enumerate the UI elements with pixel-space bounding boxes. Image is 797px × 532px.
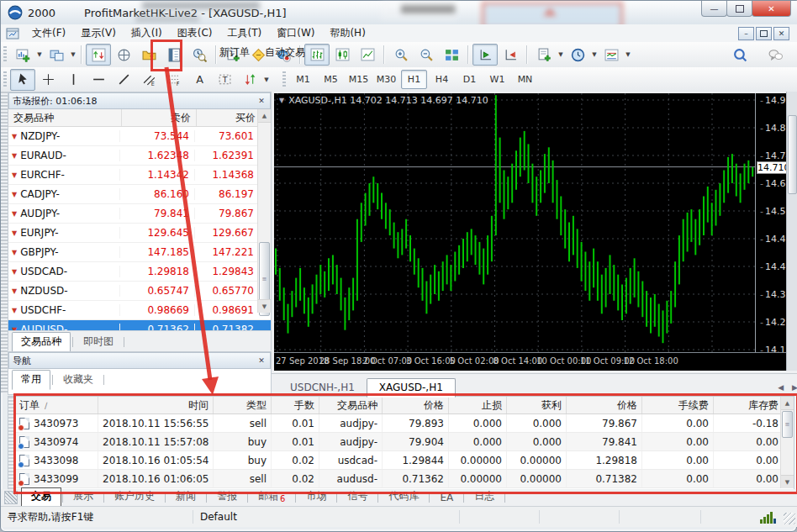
- terminal-tab-3[interactable]: 新闻: [166, 488, 205, 506]
- new-chart-button[interactable]: [10, 44, 35, 66]
- time-axis[interactable]: 27 Sep 201828 Sep 18:002 Oct 07:003 Oct …: [274, 352, 787, 371]
- column-ask[interactable]: 买价: [197, 109, 261, 126]
- chat-button[interactable]: [763, 44, 788, 66]
- close-icon[interactable]: ✕: [256, 97, 267, 105]
- zoom-out-button[interactable]: [414, 44, 439, 66]
- text-button[interactable]: A: [187, 69, 212, 91]
- market-watch-row-usdchf[interactable]: ▼USDCHF-0.986690.98691: [8, 301, 271, 320]
- terminal-tab-1[interactable]: 展示: [64, 488, 103, 506]
- market-watch-row-eurchf[interactable]: ▼EURCHF-1.143421.14368: [8, 166, 271, 185]
- indicators-button[interactable]: [531, 44, 557, 66]
- chart-window-icon[interactable]: [6, 27, 19, 40]
- order-row-3433098[interactable]: 34330982018.10.16 01:05:54buy0.02usdcad-…: [15, 451, 780, 470]
- column-header-time[interactable]: 时间: [98, 397, 214, 413]
- scroll-up-icon[interactable]: ▲: [258, 109, 271, 123]
- restore-button[interactable]: [726, 1, 752, 17]
- market-watch-row-nzdusd[interactable]: ▼NZDUSD-0.657470.65770: [8, 282, 271, 301]
- column-header-commission[interactable]: 手续费: [642, 397, 714, 413]
- minimize-button[interactable]: —: [701, 1, 727, 17]
- line-chart-button[interactable]: [355, 44, 380, 66]
- search-button[interactable]: [727, 44, 752, 66]
- market-watch-scrollbar[interactable]: ▲ ≡ ▼: [257, 109, 271, 313]
- market-watch-row-usdcad[interactable]: ▼USDCAD-1.298181.29843: [8, 262, 271, 282]
- terminal-dock-icon[interactable]: [4, 491, 18, 504]
- timeframe-m5[interactable]: M5: [318, 70, 344, 89]
- toolbar-grip[interactable]: [3, 71, 7, 88]
- fibonacci-button[interactable]: F: [161, 69, 187, 91]
- order-row-3430973[interactable]: 34309732018.10.11 15:56:55sell0.01audjpy…: [15, 414, 780, 433]
- zoom-in-button[interactable]: [388, 44, 414, 66]
- terminal-tab-4[interactable]: 警报: [208, 488, 246, 506]
- close-button[interactable]: ✕: [752, 1, 791, 17]
- market-watch-tab-1[interactable]: 即时图: [75, 333, 122, 351]
- menu-item-4[interactable]: 工具(T): [220, 27, 270, 39]
- vertical-line-button[interactable]: [61, 69, 86, 91]
- terminal-scrollbar[interactable]: ▲ ≡ ▼: [780, 397, 794, 488]
- templates-button[interactable]: [599, 44, 624, 66]
- scrollbar-thumb[interactable]: [788, 115, 797, 194]
- title-bar[interactable]: 2000 ProfitMarketHK-Live2 - [XAGUSD-,H1]…: [1, 1, 797, 25]
- chart-tab-0[interactable]: USDCNH-,H1: [278, 379, 367, 397]
- menu-item-6[interactable]: 帮助(H): [322, 27, 372, 39]
- mdi-minimize-button[interactable]: –: [738, 27, 754, 40]
- strategy-tester-button[interactable]: [187, 44, 212, 66]
- navigator-tab-1[interactable]: 收藏夹: [55, 371, 102, 389]
- column-header-symbol[interactable]: 交易品种: [319, 397, 383, 413]
- market-watch-row-nzdjpy[interactable]: ▼NZDJPY-73.54473.601: [8, 127, 271, 146]
- scrollbar-thumb[interactable]: ≡: [782, 411, 793, 438]
- candle-chart-button[interactable]: [330, 44, 355, 66]
- market-watch-row-eurjpy[interactable]: ▼EURJPY-129.645129.667: [8, 224, 271, 243]
- templates-dropdown-icon[interactable]: ▼: [624, 45, 632, 65]
- terminal-button[interactable]: [161, 44, 187, 66]
- market-watch-row-cadjpy[interactable]: ▼CADJPY-86.16086.197: [8, 185, 271, 204]
- panel-edge-grip[interactable]: [1, 92, 8, 393]
- periods-button[interactable]: [565, 44, 590, 66]
- scroll-up-icon[interactable]: ▲: [781, 397, 794, 410]
- market-watch-row-euraud[interactable]: ▼EURAUD-1.623481.62391: [8, 146, 271, 166]
- chart-tab-1[interactable]: XAGUSD-,H1: [367, 378, 456, 398]
- market-watch-tab-0[interactable]: 交易品种: [12, 332, 71, 352]
- market-watch-row-audusd[interactable]: ▼AUDUSD-0.713620.71382: [8, 320, 271, 330]
- arrows-button[interactable]: [237, 69, 262, 91]
- auto-scroll-button[interactable]: [472, 44, 498, 66]
- market-watch-titlebar[interactable]: 市场报价: 01:06:18 ✕: [8, 92, 271, 109]
- timeframe-w1[interactable]: W1: [484, 70, 510, 89]
- crosshair-button[interactable]: [35, 69, 61, 91]
- chevron-down-icon[interactable]: ▼: [279, 97, 284, 104]
- market-watch-row-gbpjpy[interactable]: ▼GBPJPY-147.185147.221: [8, 243, 271, 262]
- timeframe-h4[interactable]: H4: [429, 70, 455, 89]
- autotrade-button[interactable]: 自动交易: [271, 44, 296, 66]
- mdi-close-button[interactable]: ✕: [773, 27, 789, 40]
- terminal-tab-6[interactable]: 市场: [297, 488, 335, 506]
- status-profile[interactable]: Default: [193, 510, 460, 524]
- market-watch-button[interactable]: [86, 44, 111, 66]
- terminal-tab-10[interactable]: 日志: [465, 488, 504, 506]
- terminal-tab-8[interactable]: 代码库: [379, 488, 428, 506]
- column-header-price2[interactable]: 价格: [567, 397, 642, 413]
- close-icon[interactable]: ✕: [256, 356, 267, 365]
- tile-windows-button[interactable]: [439, 44, 464, 66]
- tab-scroll-right-icon[interactable]: ▶: [792, 383, 797, 392]
- scroll-down-icon[interactable]: ▼: [258, 299, 271, 313]
- chart-shift-button[interactable]: [498, 44, 523, 66]
- menu-item-5[interactable]: 窗口(W): [269, 27, 322, 39]
- arrows-dropdown-icon[interactable]: ▼: [262, 70, 271, 90]
- menu-item-3[interactable]: 图表(C): [170, 27, 220, 39]
- terminal-tab-0[interactable]: 交易: [21, 487, 61, 507]
- column-header-swap[interactable]: 库存费: [714, 397, 784, 413]
- profiles-button[interactable]: [44, 44, 69, 66]
- timeframe-d1[interactable]: D1: [457, 70, 483, 89]
- scroll-down-icon[interactable]: ▼: [781, 475, 794, 488]
- column-header-lots[interactable]: 手数: [272, 397, 319, 413]
- order-row-3433099[interactable]: 34330992018.10.16 01:06:05sell0.02audusd…: [15, 470, 780, 488]
- terminal-tab-2[interactable]: 账户历史: [105, 488, 164, 506]
- bar-chart-button[interactable]: [304, 44, 330, 66]
- timeframe-m15[interactable]: M15: [346, 70, 372, 89]
- navigator-titlebar[interactable]: 导航 ✕: [8, 352, 271, 369]
- terminal-tab-7[interactable]: 信号: [338, 488, 377, 506]
- new-chart-dropdown-icon[interactable]: ▼: [35, 45, 44, 65]
- column-header-order[interactable]: 订单∕: [15, 397, 98, 413]
- horizontal-line-button[interactable]: [86, 69, 111, 91]
- cursor-button[interactable]: [10, 69, 35, 91]
- column-header-type[interactable]: 类型: [214, 397, 272, 413]
